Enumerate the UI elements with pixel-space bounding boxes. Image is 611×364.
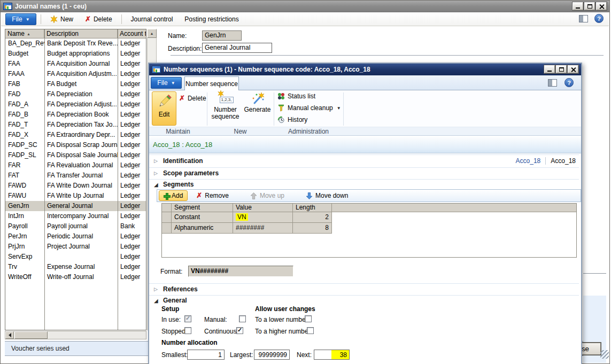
resize-grip[interactable] xyxy=(600,350,609,359)
group-label-new: New xyxy=(207,128,274,135)
generate-button[interactable]: Generate xyxy=(243,91,272,113)
help-icon[interactable]: ? xyxy=(564,78,574,87)
add-button[interactable]: Add xyxy=(159,190,188,201)
scrollbar-up-icon[interactable]: ▲ xyxy=(147,29,157,38)
remove-button[interactable]: ✗ Remove xyxy=(191,192,234,199)
highlighted-value: VN xyxy=(236,213,248,221)
segment-row-constant[interactable]: Constant VN 2 xyxy=(162,212,332,223)
help-icon[interactable]: ? xyxy=(594,14,604,23)
table-row[interactable]: FAWU FA Write Up Journal Ledger xyxy=(5,191,146,201)
format-field[interactable]: VN######## xyxy=(188,266,293,277)
section-general[interactable]: ◢ General xyxy=(149,295,579,305)
layout-pane-icon[interactable] xyxy=(579,15,588,22)
table-row[interactable]: Budget Budget appropriations Ledger xyxy=(5,49,146,59)
status-list-button[interactable]: Status list xyxy=(277,92,315,100)
continuous-checkbox[interactable] xyxy=(236,327,243,334)
layout-pane-icon[interactable] xyxy=(548,79,557,87)
close-icon[interactable] xyxy=(596,2,607,10)
to-lower-checkbox[interactable] xyxy=(305,315,312,322)
table-row[interactable]: FAA FA Acquisition Journal Ledger xyxy=(5,59,146,69)
horizontal-scrollbar[interactable] xyxy=(5,331,146,339)
table-row[interactable]: ServExp Ledger xyxy=(5,252,146,262)
close-icon[interactable] xyxy=(568,65,578,73)
table-row[interactable]: WriteOff Write-off Journal Ledger xyxy=(5,272,146,282)
section-segments[interactable]: ◢ Segments xyxy=(149,179,579,189)
table-row[interactable]: Trv Expense Journal Ledger xyxy=(5,262,146,272)
delete-x-icon: ✗ xyxy=(179,95,185,102)
maximize-button[interactable] xyxy=(556,65,567,73)
history-button[interactable]: History xyxy=(277,116,307,123)
name-field[interactable]: GenJrn xyxy=(202,30,242,41)
tab-number-sequence[interactable]: Number sequence xyxy=(184,76,239,90)
table-row[interactable]: FAD_B FA Depreciation Book Ledger xyxy=(5,110,146,120)
table-row[interactable]: FADP_SC FA Disposal Scrap Journal Ledger xyxy=(5,140,146,150)
table-row[interactable]: IntJrn Intercompany Journal Ledger xyxy=(5,211,146,221)
journal-control-button[interactable]: Journal control xyxy=(126,14,178,24)
section-references[interactable]: ▷ References xyxy=(149,283,579,295)
table-row[interactable]: FAD_A FA Depreciation Adjust... Ledger xyxy=(5,99,146,110)
sequence-window-titlebar[interactable]: Number sequences (1) - Number sequence c… xyxy=(149,64,581,75)
section-scope-parameters[interactable]: ▷ Scope parameters xyxy=(149,167,579,179)
section-identification[interactable]: ▷ Identification Acco_18 Acco_18 xyxy=(149,154,579,167)
file-menu-label: File xyxy=(12,16,22,23)
table-row[interactable]: GenJrn General Journal Ledger xyxy=(5,201,146,211)
manual-checkbox[interactable] xyxy=(239,315,246,322)
scrollbar-left-icon[interactable] xyxy=(5,331,14,339)
manual-cleanup-button[interactable]: Manual cleanup ▼ xyxy=(277,104,341,112)
table-row[interactable]: Payroll Payroll journal Bank xyxy=(5,221,146,231)
table-row[interactable]: PerJrn Periodic Journal Ledger xyxy=(5,231,146,242)
next-field[interactable]: 38 xyxy=(314,350,350,360)
pencil-icon xyxy=(157,94,172,110)
maximize-button[interactable] xyxy=(584,2,595,10)
table-row[interactable]: FAD_X FA Extraordinary Depr... Ledger xyxy=(5,130,146,140)
edit-button[interactable]: Edit xyxy=(152,91,176,126)
table-body: BA_Dep_Rev Bank Deposit Trx Reve... Ledg… xyxy=(5,38,146,330)
status-text: Voucher series used xyxy=(11,345,69,352)
column-header-value[interactable]: Value xyxy=(233,204,293,212)
journal-window-titlebar[interactable]: Journal names (1 - ceu) xyxy=(1,1,609,12)
column-header-segment[interactable]: Segment xyxy=(172,204,233,212)
move-up-button[interactable]: Move up xyxy=(245,192,290,199)
delete-button[interactable]: ✗ Delete xyxy=(80,14,117,24)
table-row[interactable]: BA_Dep_Rev Bank Deposit Trx Reve... Ledg… xyxy=(5,38,146,49)
minimize-button[interactable] xyxy=(573,2,583,10)
expanded-icon: ◢ xyxy=(154,298,159,304)
toolbar-separator xyxy=(121,14,122,24)
scrollbar-thumb[interactable] xyxy=(14,331,48,339)
in-use-checkbox[interactable] xyxy=(184,315,191,322)
row-selector[interactable] xyxy=(162,212,172,223)
column-header-description[interactable]: Description xyxy=(44,29,118,38)
delete-button[interactable]: ✗ Delete xyxy=(179,95,206,102)
column-header-name[interactable]: Name ▲ xyxy=(5,29,44,38)
table-row[interactable]: FADP_SL FA Disposal Sale Journal Ledger xyxy=(5,150,146,160)
file-menu-button[interactable]: File ▼ xyxy=(151,77,182,89)
row-selector[interactable] xyxy=(162,223,172,234)
to-higher-checkbox[interactable] xyxy=(307,327,314,334)
table-row[interactable]: FAWD FA Write Down Journal Ledger xyxy=(5,181,146,191)
description-field[interactable]: General Journal xyxy=(202,43,272,53)
column-header-account-type[interactable]: Account type xyxy=(118,29,146,38)
table-row[interactable]: FAR FA Revaluation Journal Ledger xyxy=(5,160,146,171)
table-row[interactable]: FAT FA Transfer Journal Ledger xyxy=(5,171,146,181)
new-button[interactable]: New xyxy=(45,14,78,24)
stopped-checkbox[interactable] xyxy=(184,327,191,334)
table-row[interactable]: PrjJrn Project Journal Ledger xyxy=(5,242,146,252)
column-header-length[interactable]: Length xyxy=(293,204,332,212)
segment-row-alphanumeric[interactable]: Alphanumeric ######## 8 xyxy=(162,223,332,234)
description-field-label: Description: xyxy=(168,45,202,52)
posting-restrictions-button[interactable]: Posting restrictions xyxy=(180,14,243,24)
right-pane-line xyxy=(583,273,606,274)
minimize-button[interactable] xyxy=(544,65,555,73)
table-row[interactable]: FAD FA Depreciation Ledger xyxy=(5,89,146,99)
move-down-button[interactable]: Move down xyxy=(300,192,353,199)
table-row[interactable]: FAAA FA Acquisition Adjustm... Ledger xyxy=(5,69,146,79)
smallest-field[interactable]: 1 xyxy=(187,350,225,360)
largest-field[interactable]: 99999999 xyxy=(254,350,290,360)
table-row[interactable]: FAB FA Budget Ledger xyxy=(5,79,146,89)
table-row[interactable]: FAD_T FA Depreciation Tax Jo... Ledger xyxy=(5,120,146,130)
number-sequence-button[interactable]: 1,2,3, Number sequence xyxy=(211,91,240,120)
add-plus-icon xyxy=(164,193,169,199)
table-header-row: Name ▲ Description Account type xyxy=(5,29,146,38)
identification-name-value: Acco_18 xyxy=(551,157,576,165)
file-menu-button[interactable]: File ▼ xyxy=(5,13,36,25)
